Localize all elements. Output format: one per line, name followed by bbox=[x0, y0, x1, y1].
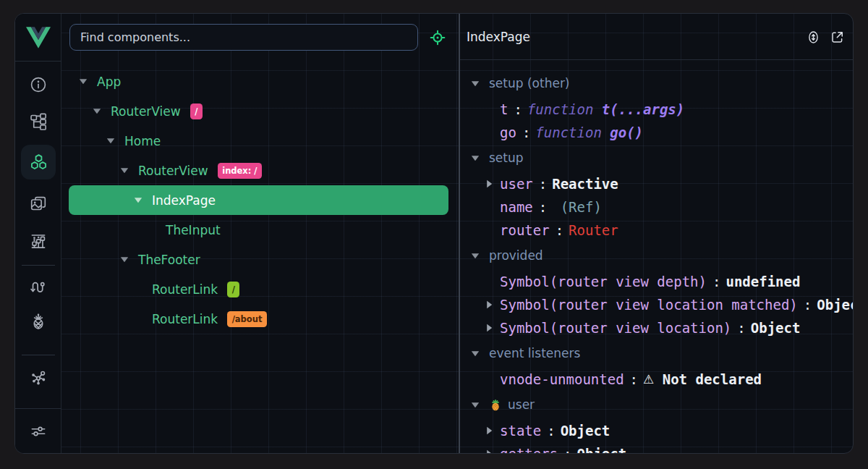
state-key: Symbol(router view location matched) bbox=[500, 297, 798, 313]
caret-right-icon[interactable] bbox=[484, 449, 494, 453]
inspector-panel: IndexPage setup (other)t:function t(...a… bbox=[459, 14, 853, 453]
sidebar-item-about[interactable] bbox=[21, 67, 56, 102]
sidebar-item-components[interactable] bbox=[21, 145, 56, 179]
state-key: go bbox=[500, 124, 516, 140]
inspect-dom-button[interactable] bbox=[830, 30, 844, 44]
section-label: user bbox=[508, 397, 535, 412]
caret-down-icon[interactable] bbox=[119, 167, 130, 174]
state-key: t bbox=[500, 101, 508, 117]
search-input[interactable] bbox=[69, 24, 418, 51]
component-name: Home bbox=[124, 134, 161, 148]
sidebar-item-assets[interactable] bbox=[21, 187, 56, 221]
sliders-icon bbox=[29, 422, 48, 441]
route-icon bbox=[29, 276, 48, 295]
caret-down-icon bbox=[470, 350, 480, 357]
key-value-separator: : bbox=[522, 124, 530, 140]
state-row-getters[interactable]: getters:Object bbox=[460, 442, 853, 453]
key-value-separator: : bbox=[556, 222, 563, 238]
inspector-header: IndexPage bbox=[460, 14, 853, 60]
state-value: Reactive bbox=[552, 176, 618, 192]
route-badge: / bbox=[190, 103, 203, 119]
state-row-t: t:function t(...args) bbox=[460, 98, 853, 121]
state-section-setup[interactable]: setup bbox=[460, 146, 853, 169]
caret-right-icon[interactable] bbox=[484, 179, 494, 188]
pineapple-icon bbox=[489, 398, 502, 411]
inspect-component-button[interactable] bbox=[428, 28, 447, 47]
state-section-user[interactable]: user bbox=[460, 393, 853, 416]
state-value: (Ref) bbox=[561, 199, 602, 215]
tree-row-routerlink[interactable]: RouterLink/ bbox=[69, 274, 448, 304]
key-value-separator: : bbox=[712, 274, 720, 290]
caret-down-icon[interactable] bbox=[132, 197, 144, 203]
caret-down-icon bbox=[470, 155, 480, 161]
scroll-to-component-button[interactable] bbox=[806, 30, 820, 44]
key-value-separator: : bbox=[539, 176, 547, 192]
hexagons-icon bbox=[29, 153, 48, 172]
tree-row-routerview[interactable]: RouterView/ bbox=[69, 96, 448, 126]
key-value-separator: : bbox=[804, 297, 812, 313]
tree-row-thefooter[interactable]: TheFooter bbox=[69, 245, 448, 274]
key-value-separator: : bbox=[630, 371, 638, 387]
list-tree-icon bbox=[29, 112, 48, 131]
tree-row-routerlink[interactable]: RouterLink/about bbox=[69, 304, 448, 334]
state-row-Symbol-router-view-location-[interactable]: Symbol(router view location):Object bbox=[460, 316, 853, 339]
component-name: App bbox=[97, 75, 121, 89]
sidebar-item-timeline[interactable] bbox=[21, 224, 56, 258]
pineapple-icon bbox=[29, 312, 48, 331]
vue-logo bbox=[15, 14, 61, 62]
state-row-Symbol-router-view-depth-: Symbol(router view depth):undefined bbox=[460, 270, 853, 293]
route-badge: index: / bbox=[218, 163, 262, 179]
target-icon bbox=[428, 28, 447, 47]
section-label: setup (other) bbox=[489, 76, 570, 90]
state-value bbox=[552, 199, 560, 215]
images-icon bbox=[29, 195, 48, 214]
state-value: Not declared bbox=[654, 371, 762, 387]
caret-right-icon[interactable] bbox=[484, 300, 494, 309]
component-name: RouterView bbox=[111, 104, 181, 119]
state-value: function bbox=[535, 124, 602, 140]
sidebar-item-pages[interactable] bbox=[21, 104, 56, 139]
component-name: TheFooter bbox=[138, 253, 200, 267]
caret-down-icon bbox=[470, 402, 480, 408]
sidebar-item-router[interactable] bbox=[21, 269, 56, 303]
sidebar-divider bbox=[22, 355, 55, 355]
sidebar bbox=[15, 14, 61, 453]
state-value: Object bbox=[751, 320, 801, 336]
sidebar-divider bbox=[15, 408, 61, 409]
tree-row-app[interactable]: App bbox=[69, 67, 448, 96]
sidebar-divider bbox=[22, 265, 55, 266]
state-section-setup-other-[interactable]: setup (other) bbox=[460, 72, 853, 95]
tree-row-home[interactable]: Home bbox=[69, 126, 448, 156]
section-label: setup bbox=[489, 151, 524, 165]
key-value-separator: : bbox=[563, 446, 571, 453]
component-name: IndexPage bbox=[152, 193, 216, 208]
state-value: undefined bbox=[726, 274, 800, 290]
state-section-provided[interactable]: provided bbox=[460, 244, 853, 267]
key-value-separator: : bbox=[737, 320, 745, 336]
caret-down-icon[interactable] bbox=[105, 138, 116, 144]
caret-down-icon bbox=[470, 80, 480, 87]
caret-down-icon[interactable] bbox=[119, 256, 130, 263]
caret-right-icon[interactable] bbox=[484, 324, 494, 332]
component-name: RouterView bbox=[138, 164, 208, 178]
caret-down-icon[interactable] bbox=[91, 108, 103, 114]
state-key: Symbol(router view depth) bbox=[500, 274, 707, 290]
sidebar-item-pinia[interactable] bbox=[21, 304, 56, 339]
state-key: vnode-unmounted bbox=[500, 371, 624, 387]
section-label: provided bbox=[489, 248, 543, 263]
caret-down-icon[interactable] bbox=[77, 78, 89, 85]
state-row-Symbol-router-view-location-matched-[interactable]: Symbol(router view location matched):Obj… bbox=[460, 293, 853, 316]
caret-right-icon[interactable] bbox=[484, 426, 494, 435]
tree-row-theinput[interactable]: TheInput bbox=[69, 215, 448, 245]
tree-row-indexpage[interactable]: IndexPage bbox=[69, 185, 448, 215]
state-value: function bbox=[527, 101, 594, 117]
state-row-state[interactable]: state:Object bbox=[460, 419, 853, 442]
state-row-user[interactable]: user:Reactive bbox=[460, 172, 853, 195]
tree-row-routerview[interactable]: RouterViewindex: / bbox=[69, 156, 448, 185]
key-value-separator: : bbox=[547, 423, 555, 439]
state-section-event-listeners[interactable]: event listeners bbox=[460, 342, 853, 365]
sidebar-item-graph[interactable] bbox=[21, 360, 56, 395]
sidebar-item-settings[interactable] bbox=[21, 414, 56, 449]
components-tree-panel: AppRouterView/HomeRouterViewindex: /Inde… bbox=[61, 14, 459, 453]
open-external-icon bbox=[830, 30, 845, 45]
